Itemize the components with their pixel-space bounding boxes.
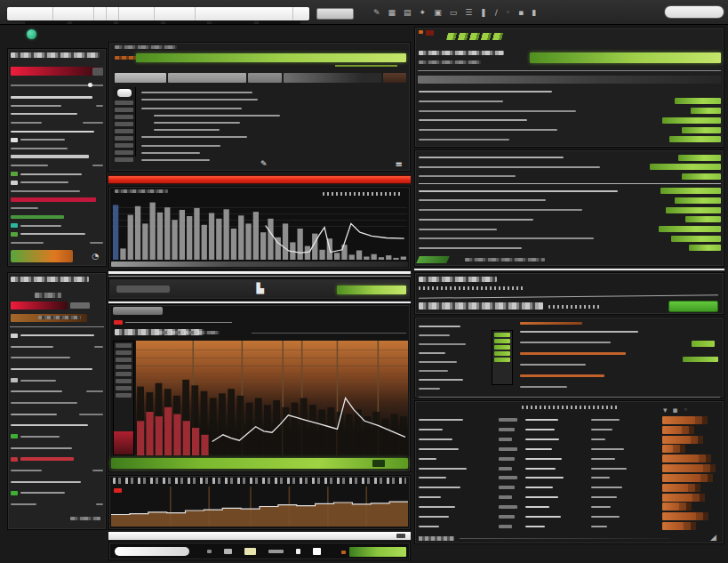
list-item[interactable] — [419, 358, 486, 366]
table-row[interactable] — [419, 415, 720, 425]
list-item[interactable] — [11, 445, 103, 452]
right-gradient-header[interactable] — [418, 76, 721, 84]
list-item[interactable] — [11, 230, 103, 237]
list-item[interactable] — [520, 373, 676, 380]
toolbar-blob[interactable] — [116, 286, 170, 293]
list-item[interactable] — [11, 145, 103, 152]
list-item[interactable] — [419, 188, 721, 195]
list-item[interactable] — [11, 467, 103, 474]
refresh-icon[interactable]: ◔ — [92, 253, 99, 261]
list-item[interactable] — [11, 179, 103, 186]
list-item[interactable] — [11, 366, 103, 373]
tray-icon[interactable]: ✎ — [373, 9, 380, 17]
progress-end-box[interactable] — [92, 68, 103, 76]
rail-item[interactable] — [115, 115, 133, 119]
tray-icon[interactable]: ▦ — [388, 9, 396, 17]
list-item[interactable] — [520, 328, 676, 335]
rail-item[interactable] — [115, 122, 133, 126]
green-mini-list[interactable] — [492, 330, 513, 385]
tab-segment[interactable] — [168, 73, 246, 83]
list-item[interactable] — [520, 383, 676, 390]
list-item[interactable] — [141, 112, 406, 119]
tab-segment[interactable] — [119, 7, 155, 20]
list-item[interactable] — [141, 119, 406, 126]
rail-item[interactable] — [116, 379, 132, 383]
list-item[interactable] — [419, 108, 721, 115]
list-item[interactable] — [419, 197, 721, 204]
table-row[interactable] — [419, 454, 720, 463]
list-item[interactable] — [11, 501, 103, 508]
list-item[interactable] — [419, 216, 721, 223]
tab-segment[interactable] — [115, 73, 166, 83]
table-row[interactable] — [419, 493, 720, 503]
rail-thumbnails[interactable] — [113, 99, 135, 164]
tray-icon[interactable]: ▮ — [532, 9, 536, 17]
rail-item[interactable] — [115, 143, 133, 148]
tray-icon[interactable]: ◦ — [506, 9, 510, 17]
list-item[interactable] — [419, 206, 721, 213]
table-row[interactable] — [419, 473, 720, 483]
tab-segment[interactable] — [107, 7, 119, 20]
menu-icon[interactable]: ≡ — [396, 160, 403, 169]
tab-segment[interactable] — [155, 7, 196, 20]
table-row[interactable] — [419, 444, 720, 454]
tray-icon[interactable]: ❚ — [480, 9, 487, 17]
tray-icon[interactable]: ▪ — [673, 406, 678, 414]
list-item[interactable] — [11, 489, 103, 496]
list-item[interactable] — [11, 377, 103, 384]
list-item[interactable] — [11, 455, 103, 462]
list-item[interactable] — [11, 171, 103, 178]
list-item[interactable] — [11, 205, 103, 212]
tab-segment[interactable] — [94, 7, 107, 20]
list-item[interactable] — [419, 173, 721, 180]
rail-item[interactable] — [116, 350, 132, 355]
list-item[interactable] — [419, 126, 721, 133]
rail-item[interactable] — [116, 372, 132, 376]
rail-item[interactable] — [116, 343, 132, 348]
list-item[interactable] — [11, 343, 103, 350]
tab-end-chip[interactable] — [383, 73, 406, 83]
list-item[interactable] — [11, 354, 103, 361]
list-item[interactable] — [141, 89, 406, 96]
rail-item[interactable] — [115, 108, 133, 112]
rail-item[interactable] — [115, 136, 133, 141]
table-row[interactable] — [419, 502, 720, 511]
list-item[interactable] — [419, 376, 486, 383]
list-item[interactable] — [11, 128, 103, 135]
rail-item[interactable] — [116, 393, 132, 398]
table-row[interactable] — [419, 521, 720, 531]
window-tab-strip[interactable] — [7, 7, 309, 20]
table-row[interactable] — [419, 483, 720, 493]
list-item[interactable] — [11, 162, 103, 169]
list-item[interactable] — [520, 339, 676, 346]
list-item[interactable] — [419, 136, 721, 143]
list-item[interactable] — [419, 88, 721, 95]
list-item[interactable] — [419, 235, 721, 242]
slider-track[interactable] — [11, 84, 103, 86]
list-item[interactable] — [11, 399, 103, 406]
green-list-item[interactable] — [494, 339, 510, 343]
list-item[interactable] — [419, 226, 721, 233]
cursor-icon[interactable]: ✎ — [260, 160, 268, 168]
list-item[interactable] — [11, 239, 103, 246]
list-item[interactable] — [11, 197, 103, 204]
list-item[interactable] — [520, 350, 676, 358]
table-row[interactable] — [419, 425, 720, 435]
list-item[interactable] — [141, 142, 406, 149]
list-item[interactable] — [419, 154, 721, 161]
chart-flag-icon[interactable]: ▙ — [257, 284, 264, 294]
list-item[interactable] — [419, 98, 721, 105]
list-item[interactable] — [419, 245, 721, 252]
rail-item[interactable] — [116, 358, 132, 362]
list-item[interactable] — [11, 422, 103, 429]
green-list-item[interactable] — [494, 333, 510, 337]
search-pill[interactable] — [115, 547, 189, 556]
table-row[interactable] — [419, 511, 720, 521]
resize-icon[interactable]: ◢ — [710, 534, 716, 542]
thermal-rail-items[interactable] — [114, 342, 133, 399]
green-list-item[interactable] — [494, 358, 510, 362]
slider-thumb[interactable] — [88, 83, 92, 87]
list-item[interactable] — [11, 213, 103, 221]
list-item[interactable] — [11, 388, 103, 395]
list-item[interactable] — [520, 361, 676, 368]
